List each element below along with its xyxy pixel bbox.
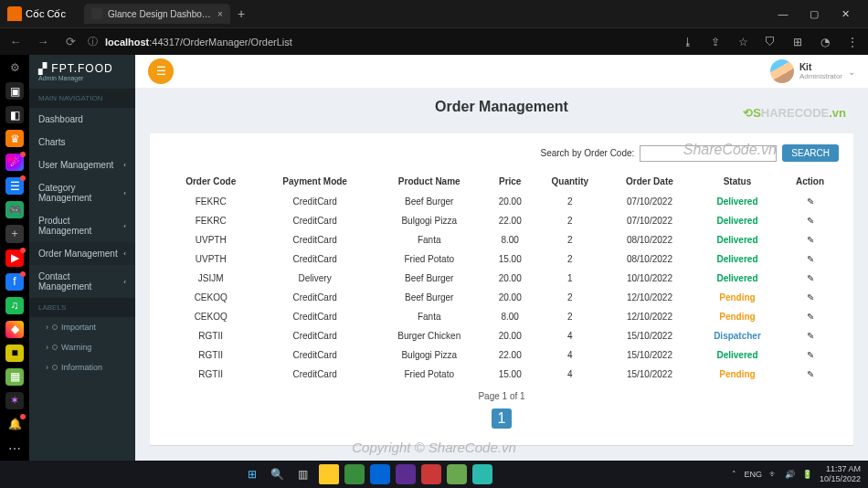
add-icon[interactable]: ＋ (5, 225, 24, 242)
rail-app-10[interactable]: ◆ (5, 321, 24, 338)
window-minimize-button[interactable] (767, 8, 799, 19)
sidebar-item-product-management[interactable]: Product Management‹ (29, 209, 135, 242)
cell-mode: CreditCard (257, 288, 372, 307)
edit-icon[interactable]: ✎ (807, 331, 814, 341)
nav-reload-button[interactable]: ⟳ (60, 35, 80, 48)
game-icon[interactable]: 🎮 (5, 201, 24, 218)
cell-product: Bulgogi Pizza (373, 211, 486, 230)
browser-tab[interactable]: Glance Design Dashboard an… × (84, 4, 230, 24)
edit-icon[interactable]: ✎ (807, 350, 814, 360)
tray-network-icon[interactable]: ᯤ (769, 470, 778, 479)
chevron-left-icon: ‹ (123, 222, 126, 230)
search-input[interactable] (640, 145, 777, 162)
tray-volume-icon[interactable]: 🔊 (785, 470, 795, 479)
nav-forward-button[interactable]: → (33, 35, 53, 48)
taskbar-app-2[interactable] (370, 464, 390, 484)
facebook-icon[interactable]: f (5, 273, 24, 291)
extension-icon[interactable]: ⊞ (788, 36, 808, 48)
sidebar-item-user-management[interactable]: User Management‹ (29, 154, 135, 176)
rail-app-11[interactable]: ■ (5, 345, 24, 362)
sidebar-item-category-management[interactable]: Category Management‹ (29, 176, 135, 209)
table-row: RGTIICreditCardFried Potato15.00415/10/2… (164, 365, 839, 384)
rail-app-13[interactable]: ✶ (5, 392, 24, 409)
cell-code: UVPTH (164, 249, 257, 269)
rail-app-2[interactable]: ◧ (5, 106, 24, 123)
tab-close-icon[interactable]: × (217, 9, 223, 19)
edit-icon[interactable]: ✎ (807, 292, 814, 302)
profile-icon[interactable]: ◔ (815, 36, 835, 48)
tray-lang[interactable]: ENG (744, 470, 762, 479)
share-icon[interactable]: ⇪ (705, 36, 725, 48)
app-topbar: ☰ Kit Administrator ⌄ (135, 55, 868, 88)
search-button[interactable]: SEARCH (782, 144, 839, 162)
edit-icon[interactable]: ✎ (807, 312, 814, 322)
taskbar-search-icon[interactable]: 🔍 (268, 464, 288, 484)
cell-date: 07/10/2022 (606, 211, 693, 230)
start-button[interactable]: ⊞ (242, 464, 262, 484)
chat-icon[interactable]: ☰ (5, 177, 24, 195)
user-role: Administrator (799, 72, 842, 80)
user-menu[interactable]: Kit Administrator ⌄ (770, 59, 855, 83)
chevron-right-icon: › (46, 323, 48, 332)
cell-code: FEKRC (164, 192, 257, 211)
settings-icon[interactable]: ⚙ (5, 58, 24, 76)
taskbar-app-6[interactable] (472, 464, 492, 484)
cell-mode: CreditCard (257, 211, 372, 230)
menu-icon[interactable]: ⋮ (842, 36, 863, 48)
cell-action: ✎ (781, 211, 839, 230)
sidebar-item-dashboard[interactable]: Dashboard (29, 108, 135, 131)
window-close-button[interactable] (830, 8, 861, 20)
tab-favicon (91, 8, 102, 19)
tray-battery-icon[interactable]: 🔋 (802, 470, 812, 479)
edit-icon[interactable]: ✎ (807, 254, 814, 264)
edit-icon[interactable]: ✎ (807, 273, 814, 283)
os-activity-bar: ⚙ ▣ ◧ ♛ ☄ ☰ 🎮 ＋ ▶ f ♫ ◆ ■ ▦ ✶ 🔔 ⋯ (0, 55, 29, 461)
sidebar-label-text: Warning (61, 343, 91, 352)
messenger-icon[interactable]: ☄ (5, 154, 24, 171)
task-view-icon[interactable]: ▥ (293, 464, 313, 484)
edit-icon[interactable]: ✎ (807, 216, 814, 226)
edit-icon[interactable]: ✎ (807, 196, 814, 207)
sidebar-logo: ▞ FPT.FOOD Admin Manager (29, 55, 135, 89)
url-text[interactable]: localhost:44317/OrderManager/OrderList (105, 37, 671, 48)
shield-icon[interactable]: ⛉ (760, 36, 780, 48)
sidebar-item-charts[interactable]: Charts (29, 131, 135, 154)
taskbar-clock[interactable]: 11:37 AM 10/15/2022 (820, 464, 861, 484)
main-content: ☰ Kit Administrator ⌄ Order Management S… (135, 55, 868, 461)
rail-app-1[interactable]: ▣ (5, 82, 24, 100)
system-tray[interactable]: ˄ ENG ᯤ 🔊 🔋 11:37 AM 10/15/2022 (732, 464, 861, 484)
sidebar-item-order-management[interactable]: Order Management‹ (29, 242, 135, 265)
new-tab-button[interactable]: + (238, 6, 245, 21)
download-icon[interactable]: ⭳ (678, 36, 698, 48)
taskbar-app-4[interactable] (421, 464, 441, 484)
cell-code: CEKOQ (164, 307, 257, 326)
favorite-icon[interactable]: ☆ (733, 36, 753, 48)
cell-qty: 2 (535, 288, 606, 307)
youtube-icon[interactable]: ▶ (5, 249, 24, 267)
table-row: CEKOQCreditCardBeef Burger20.00212/10/20… (164, 288, 839, 307)
nav-back-button[interactable]: ← (5, 35, 26, 48)
file-explorer-icon[interactable] (319, 464, 339, 484)
cell-date: 12/10/2022 (606, 307, 693, 326)
more-icon[interactable]: ⋯ (5, 440, 24, 457)
pager-page-1[interactable]: 1 (492, 408, 512, 429)
window-maximize-button[interactable] (799, 8, 830, 20)
edit-icon[interactable]: ✎ (807, 235, 814, 245)
cell-status: Delivered (693, 345, 781, 365)
sidebar-toggle-button[interactable]: ☰ (148, 58, 174, 84)
taskbar-app-1[interactable] (344, 464, 365, 484)
sidebar-item-contact-management[interactable]: Contact Management‹ (29, 265, 135, 298)
notifications-icon[interactable]: 🔔 (5, 416, 24, 433)
sidebar-label-important[interactable]: ›Important (29, 317, 135, 337)
taskbar-app-3[interactable] (396, 464, 416, 484)
sidebar-label-warning[interactable]: ›Warning (29, 337, 135, 357)
rail-app-3[interactable]: ♛ (5, 130, 24, 147)
taskbar-app-5[interactable] (447, 464, 467, 484)
sidebar-label-information[interactable]: ›Information (29, 357, 135, 377)
rail-app-12[interactable]: ▦ (5, 368, 24, 386)
edit-icon[interactable]: ✎ (807, 369, 814, 379)
spotify-icon[interactable]: ♫ (5, 297, 24, 314)
site-info-icon[interactable]: ⓘ (88, 35, 98, 48)
tray-chevron-icon[interactable]: ˄ (732, 470, 736, 479)
cell-mode: CreditCard (257, 345, 372, 365)
